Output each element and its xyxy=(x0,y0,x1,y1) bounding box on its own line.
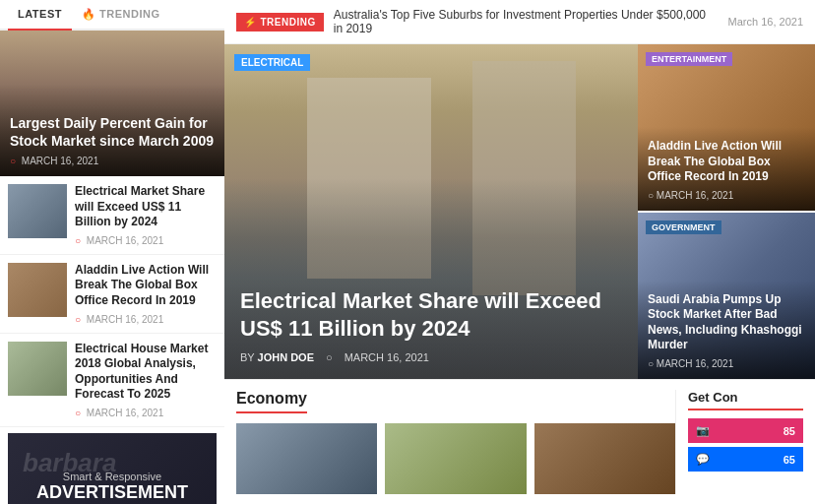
hero-main-article[interactable]: ELECTRICAL Electrical Market Share will … xyxy=(224,44,638,379)
item-date: ○ MARCH 16, 2021 xyxy=(75,314,217,325)
sidebar-featured[interactable]: Largest Daily Percent Gain for Stock Mar… xyxy=(0,31,224,176)
economy-card[interactable] xyxy=(385,423,526,494)
clock-icon: ○ xyxy=(326,351,333,363)
trending-headline: Australia's Top Five Suburbs for Investm… xyxy=(334,8,719,35)
tab-trending[interactable]: 🔥 TRENDING xyxy=(72,0,170,29)
list-item[interactable]: Electrical Market Share will Exceed US$ … xyxy=(0,176,224,255)
hero-right-bottom-date: ○ MARCH 16, 2021 xyxy=(648,358,805,369)
economy-section: Economy Get Con 📷 85 💬 65 xyxy=(224,379,815,504)
economy-card-image-2 xyxy=(385,423,526,494)
hero-meta: BY JOHN DOE ○ MARCH 16, 2021 xyxy=(240,351,622,363)
messenger-button[interactable]: 💬 65 xyxy=(688,447,803,472)
item-title: Aladdin Live Action Will Break The Globa… xyxy=(75,263,217,309)
featured-title: Largest Daily Percent Gain for Stock Mar… xyxy=(10,114,215,150)
government-badge: GOVERNMENT xyxy=(646,220,721,234)
hero-overlay: Electrical Market Share will Exceed US$ … xyxy=(224,268,638,379)
clock-icon: ○ xyxy=(75,314,81,325)
item-info: Electrical Market Share will Exceed US$ … xyxy=(75,184,217,246)
economy-card[interactable] xyxy=(534,423,675,494)
hero-grid: ELECTRICAL Electrical Market Share will … xyxy=(224,44,815,379)
list-item[interactable]: Electrical House Market 2018 Global Anal… xyxy=(0,334,224,427)
trending-bar: ⚡ TRENDING Australia's Top Five Suburbs … xyxy=(224,0,815,44)
hero-right-column: ENTERTAINMENT Aladdin Live Action Will B… xyxy=(638,44,815,379)
ad-title: ADVERTISEMENT xyxy=(36,482,188,503)
hero-right-top-overlay: Aladdin Live Action Will Break The Globa… xyxy=(638,127,815,211)
trending-badge-label: TRENDING xyxy=(261,17,316,28)
clock-icon: ○ xyxy=(648,358,654,369)
item-title: Electrical House Market 2018 Global Anal… xyxy=(75,342,217,403)
hero-right-top-title: Aladdin Live Action Will Break The Globa… xyxy=(648,139,805,185)
entertainment-badge: ENTERTAINMENT xyxy=(646,52,732,66)
hero-right-bottom-article[interactable]: GOVERNMENT Saudi Arabia Pumps Up Stock M… xyxy=(638,213,815,379)
hero-right-top-date: ○ MARCH 16, 2021 xyxy=(648,190,805,201)
economy-cards xyxy=(236,423,675,494)
instagram-button[interactable]: 📷 85 xyxy=(688,418,803,443)
get-connected-panel: Get Con 📷 85 💬 65 xyxy=(675,390,803,494)
hero-right-bottom-title: Saudi Arabia Pumps Up Stock Market After… xyxy=(648,292,805,353)
clock-icon: ○ xyxy=(648,190,654,201)
clock-icon: ○ xyxy=(75,235,81,246)
clock-icon: ○ xyxy=(10,156,16,166)
item-info: Electrical House Market 2018 Global Anal… xyxy=(75,342,217,418)
trending-date: March 16, 2021 xyxy=(728,16,803,28)
featured-date: ○ MARCH 16, 2021 xyxy=(10,156,215,166)
economy-card-image-3 xyxy=(534,423,675,494)
item-thumbnail xyxy=(8,342,67,396)
sidebar-list: Electrical Market Share will Exceed US$ … xyxy=(0,176,224,427)
sidebar-tabs: LATEST 🔥 TRENDING xyxy=(0,0,224,31)
hero-category-badge: ELECTRICAL xyxy=(234,54,310,71)
hero-date: MARCH 16, 2021 xyxy=(345,351,429,363)
get-connected-title: Get Con xyxy=(688,390,803,410)
instagram-count: 85 xyxy=(784,425,795,437)
item-info: Aladdin Live Action Will Break The Globa… xyxy=(75,263,217,325)
tab-trending-label: TRENDING xyxy=(99,8,159,20)
economy-left: Economy xyxy=(236,390,675,494)
fire-icon: 🔥 xyxy=(82,8,96,20)
economy-card[interactable] xyxy=(236,423,377,494)
item-date: ○ MARCH 16, 2021 xyxy=(75,408,217,418)
list-item[interactable]: Aladdin Live Action Will Break The Globa… xyxy=(0,255,224,334)
messenger-count: 65 xyxy=(784,454,795,466)
advertisement-block: barbara Smart & Responsive ADVERTISEMENT xyxy=(8,433,217,504)
tab-latest[interactable]: LATEST xyxy=(8,0,72,31)
tab-latest-label: LATEST xyxy=(18,8,62,20)
instagram-icon: 📷 xyxy=(696,424,710,437)
trending-badge: ⚡ TRENDING xyxy=(236,13,324,32)
ad-smart-text: Smart & Responsive xyxy=(63,471,161,482)
hero-title: Electrical Market Share will Exceed US$ … xyxy=(240,287,622,344)
sidebar: LATEST 🔥 TRENDING Largest Daily Percent … xyxy=(0,0,224,504)
lightning-icon: ⚡ xyxy=(244,17,257,28)
item-date: ○ MARCH 16, 2021 xyxy=(75,235,217,246)
economy-card-image-1 xyxy=(236,423,377,494)
hero-right-bottom-overlay: Saudi Arabia Pumps Up Stock Market After… xyxy=(638,281,815,379)
item-title: Electrical Market Share will Exceed US$ … xyxy=(75,184,217,230)
hero-right-top-article[interactable]: ENTERTAINMENT Aladdin Live Action Will B… xyxy=(638,44,815,213)
main-content: ⚡ TRENDING Australia's Top Five Suburbs … xyxy=(224,0,815,504)
item-thumbnail xyxy=(8,184,67,238)
item-thumbnail xyxy=(8,263,67,317)
clock-icon: ○ xyxy=(75,408,81,418)
hero-author-label: BY JOHN DOE xyxy=(240,351,314,363)
messenger-icon: 💬 xyxy=(696,453,710,466)
economy-section-title: Economy xyxy=(236,390,307,413)
